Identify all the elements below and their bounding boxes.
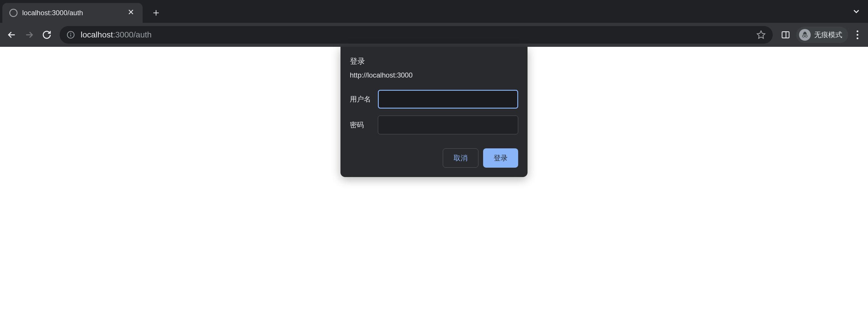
svg-point-16 <box>857 34 858 36</box>
password-row: 密码 <box>350 116 518 134</box>
page-content: 登录 http://localhost:3000 用户名 密码 取消 登录 <box>0 47 868 309</box>
info-icon[interactable] <box>67 31 75 39</box>
address-bar[interactable]: localhost:3000/auth <box>60 26 773 44</box>
dialog-origin: http://localhost:3000 <box>350 71 518 79</box>
kebab-menu-icon[interactable] <box>851 28 863 42</box>
svg-marker-9 <box>757 31 765 38</box>
url-host: localhost <box>81 30 113 39</box>
new-tab-button[interactable] <box>152 3 160 23</box>
svg-point-12 <box>803 35 805 37</box>
dialog-title: 登录 <box>350 56 518 66</box>
login-button[interactable]: 登录 <box>483 148 518 168</box>
password-input[interactable] <box>378 116 518 134</box>
incognito-label: 无痕模式 <box>814 30 842 39</box>
back-button[interactable] <box>5 28 19 42</box>
reload-button[interactable] <box>40 28 54 42</box>
browser-toolbar: localhost:3000/auth <box>0 23 868 47</box>
incognito-badge[interactable]: 无痕模式 <box>796 27 848 43</box>
username-row: 用户名 <box>350 90 518 109</box>
url-text: localhost:3000/auth <box>81 30 750 39</box>
password-label: 密码 <box>350 120 371 130</box>
svg-point-15 <box>857 30 858 32</box>
username-label: 用户名 <box>350 94 371 104</box>
dialog-buttons: 取消 登录 <box>350 148 518 168</box>
svg-point-17 <box>857 37 858 39</box>
incognito-icon <box>799 29 811 41</box>
forward-button[interactable] <box>22 28 36 42</box>
tab-search-button[interactable] <box>851 7 861 16</box>
username-input[interactable] <box>378 90 518 109</box>
globe-icon <box>9 9 18 17</box>
side-panel-button[interactable] <box>779 28 793 42</box>
svg-point-13 <box>805 35 807 37</box>
tab-title: localhost:3000/auth <box>22 9 122 17</box>
tab-strip: localhost:3000/auth <box>0 0 868 23</box>
svg-point-8 <box>70 33 71 33</box>
auth-dialog: 登录 http://localhost:3000 用户名 密码 取消 登录 <box>340 47 528 177</box>
cancel-button[interactable]: 取消 <box>443 148 478 168</box>
browser-tab[interactable]: localhost:3000/auth <box>2 3 143 23</box>
bookmark-icon[interactable] <box>756 30 766 39</box>
url-path: :3000/auth <box>113 30 152 39</box>
close-icon[interactable] <box>126 7 135 19</box>
browser-chrome: localhost:3000/auth <box>0 0 868 47</box>
